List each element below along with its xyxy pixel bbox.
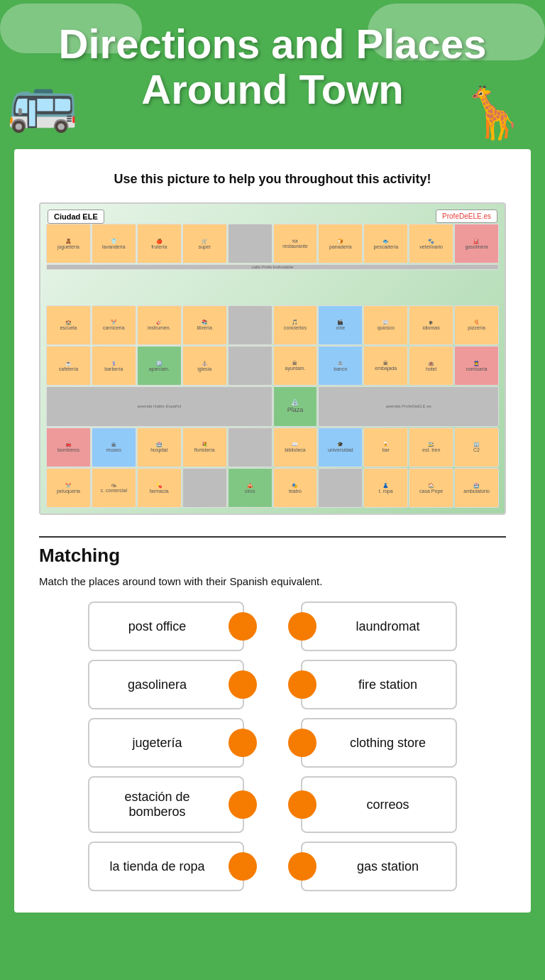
bus-icon: 🚌 <box>7 68 78 135</box>
map-cell: ✂️carnicería <box>92 305 136 345</box>
match-right-5-text: gas station <box>357 859 419 874</box>
page-body: Use this picture to help you throughout … <box>0 149 545 934</box>
matching-row-5: la tienda de ropa gas station <box>39 842 506 891</box>
map-cell: 🏛museo <box>92 428 136 467</box>
match-right-4: correos <box>301 776 457 833</box>
map-cell: 🎬cine <box>318 305 363 345</box>
map-cell: 💐floristería <box>182 428 227 467</box>
map-cell: 📰quiosco <box>363 305 408 345</box>
map-logo: ProfeDeELE.es <box>436 209 497 223</box>
map-cell: 🐟pescadería <box>363 224 408 263</box>
map-cell: 🎵conciertos <box>273 305 318 345</box>
map-cell: 💈barbería <box>92 346 136 386</box>
map-container: Ciudad ELE ProfeDeELE.es 🧸juguetería 👕la… <box>39 202 506 515</box>
map-cell: 🎓universidad <box>318 428 363 467</box>
match-left-2-text: gasolinera <box>128 677 187 692</box>
map-cell: 🏥ambulatorio <box>454 468 499 508</box>
map-cell: ✂️peluquería <box>46 468 91 508</box>
match-right-4-text: correos <box>366 797 409 812</box>
match-left-5-text: la tienda de ropa <box>109 859 204 874</box>
map-cell: 🅿️aparcam. <box>137 346 182 386</box>
match-left-2: gasolinera <box>88 660 244 709</box>
main-content-area: Use this picture to help you throughout … <box>14 149 531 913</box>
map-road <box>228 428 272 467</box>
map-cell: 🎭teatro <box>273 468 318 508</box>
match-right-3-text: clothing store <box>350 736 426 751</box>
map-cell: ⛽gasolinera <box>454 224 499 263</box>
map-cell: 🍕pizzería <box>454 305 499 345</box>
map-fountain: ⛲Plaza <box>273 386 318 426</box>
match-left-4-text: estación debomberos <box>124 790 189 820</box>
match-left-1: post office <box>88 601 244 651</box>
map-cell: 🐾veterinario <box>409 224 453 263</box>
match-left-4: estación debomberos <box>88 776 244 833</box>
page-header: Directions and Places Around Town 🚌 🦒 <box>0 0 545 149</box>
map-cell: 🎸instrumen. <box>137 305 182 345</box>
match-left-3-text: jugetería <box>132 736 182 751</box>
map-cell: 🗣idiomas <box>409 305 453 345</box>
map-cell: 📚librería <box>182 305 227 345</box>
map-cell: 🏨hotel <box>409 346 453 386</box>
map-image: Ciudad ELE ProfeDeELE.es 🧸juguetería 👕la… <box>40 204 505 513</box>
match-right-1: laundromat <box>301 601 457 651</box>
match-dot-left-1[interactable] <box>229 612 257 641</box>
match-left-1-text: post office <box>128 619 187 634</box>
map-road: avenida ProfeDeELE.es <box>318 386 499 426</box>
matching-row-2: gasolinera fire station <box>39 660 506 709</box>
match-dot-right-4[interactable] <box>288 790 316 819</box>
page-title: Directions and Places Around Town <box>21 14 524 112</box>
map-road <box>228 224 272 263</box>
match-right-2: fire station <box>301 660 457 709</box>
matching-grid: post office laundromat gasolinera <box>39 601 506 891</box>
match-right-2-text: fire station <box>358 677 417 692</box>
map-cell: 🛒super <box>182 224 227 263</box>
map-cell: 🛍c. comercial <box>92 468 136 508</box>
map-cell: ⛪iglesia <box>182 346 227 386</box>
match-dot-right-3[interactable] <box>288 729 316 757</box>
map-instruction: Use this picture to help you throughout … <box>39 170 506 188</box>
match-dot-right-1[interactable] <box>288 612 316 641</box>
matching-instruction: Match the places around town with their … <box>39 575 506 587</box>
match-dot-left-3[interactable] <box>229 729 257 757</box>
match-dot-left-2[interactable] <box>229 670 257 699</box>
map-cell: 🏛embajada <box>363 346 408 386</box>
map-cell: 🚒bomberos <box>46 428 91 467</box>
map-cell: 🏥hospital <box>137 428 182 467</box>
match-dot-right-5[interactable] <box>288 852 316 881</box>
map-road: avenida Hablo Español <box>46 386 272 426</box>
section-divider <box>39 536 506 538</box>
map-cell: 👕lavandería <box>92 224 136 263</box>
map-road: calle Profe Inolvidable <box>46 264 499 270</box>
map-grid: 🧸juguetería 👕lavandería 🍎frutería 🛒super… <box>40 218 505 513</box>
map-cell: 📖biblioteca <box>273 428 318 467</box>
map-cell: 🎪circo <box>228 468 272 508</box>
giraffe-icon: 🦒 <box>462 84 524 142</box>
map-cell: ☕cafetería <box>46 346 91 386</box>
map-cell: 🏠casa Pepe <box>409 468 453 508</box>
matching-row-3: jugetería clothing store <box>39 718 506 768</box>
map-ciudad-title: Ciudad ELE <box>48 209 104 224</box>
matching-row-4: estación debomberos correos <box>39 776 506 833</box>
match-left-3: jugetería <box>88 718 244 768</box>
map-road <box>318 468 363 508</box>
match-right-3: clothing store <box>301 718 457 768</box>
match-dot-left-5[interactable] <box>229 852 257 881</box>
map-road <box>228 346 272 386</box>
map-cell: 🍎frutería <box>137 224 182 263</box>
map-cell: 👮comisaría <box>454 346 499 386</box>
matching-row-1: post office laundromat <box>39 601 506 651</box>
map-road <box>228 305 272 345</box>
map-cell: 🏦banco <box>318 346 363 386</box>
match-dot-right-2[interactable] <box>288 670 316 699</box>
map-road <box>182 468 227 508</box>
map-cell: 🍺bar <box>363 428 408 467</box>
match-right-5: gas station <box>301 842 457 891</box>
map-cell: 🧸juguetería <box>46 224 91 263</box>
map-cell: 💊farmacia <box>137 468 182 508</box>
map-cell: 👗t. ropa <box>363 468 408 508</box>
map-cell: 🏫escuela <box>46 305 91 345</box>
map-cell: 🚉est. tren <box>409 428 453 467</box>
match-dot-left-4[interactable] <box>229 790 257 819</box>
map-cell: 🍞panadería <box>318 224 363 263</box>
map-cell: 🏛ayuntam. <box>273 346 318 386</box>
